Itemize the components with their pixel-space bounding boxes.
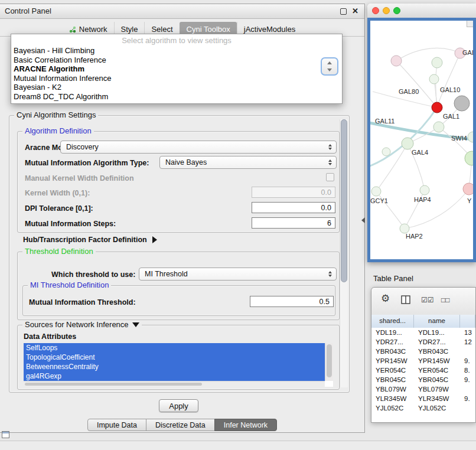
mi-algorithm-type-value: Naive Bayes <box>165 158 207 167</box>
close-traffic-light-icon[interactable] <box>372 7 379 14</box>
attributes-horizontal-scrollbar[interactable] <box>24 381 325 387</box>
algorithm-option[interactable]: Dream8 DC_TDC Algorithm <box>11 92 342 102</box>
attribute-item[interactable]: BetweennessCentrality <box>24 362 325 371</box>
algorithm-option[interactable]: ARACNE Algorithm <box>11 64 342 74</box>
table-cell: YBR043C <box>371 347 414 356</box>
table-cell: YJL052C <box>414 403 460 413</box>
select-columns-icon[interactable] <box>401 295 410 304</box>
close-icon[interactable]: ✕ <box>352 6 358 15</box>
table-cell: YDR27... <box>414 337 460 347</box>
algorithm-option[interactable]: Basic Correlation Inference <box>11 56 342 65</box>
sources-group-title[interactable]: Sources for Network Inference <box>22 320 142 329</box>
aracne-mode-select[interactable]: Discovery <box>60 141 337 154</box>
scrollbar-corner <box>467 21 473 27</box>
dpi-tolerance-label: DPI Tolerance [0,1]: <box>25 204 93 213</box>
restore-panel-icon[interactable] <box>2 431 9 438</box>
network-node[interactable] <box>420 185 429 195</box>
table-row[interactable]: YLR345WYLR345W9. <box>371 394 475 403</box>
show-checked-icon[interactable]: ☑☑ <box>421 295 434 305</box>
apply-button[interactable]: Apply <box>159 399 198 412</box>
table-header-row: shared...name <box>371 315 475 328</box>
manual-kernel-width-checkbox[interactable] <box>326 173 334 181</box>
network-node[interactable] <box>432 102 442 113</box>
scrollbar-thumb[interactable] <box>341 119 347 282</box>
minimize-traffic-light-icon[interactable] <box>383 7 390 14</box>
focused-spinner[interactable] <box>321 57 338 76</box>
table-row[interactable]: YPR145WYPR145W9. <box>371 356 475 366</box>
manual-kernel-width-label: Manual Kernel Width Definition <box>25 174 134 182</box>
table-row[interactable]: YJL052CYJL052C <box>371 403 475 413</box>
tab-label: jActiveModules <box>244 25 295 34</box>
table-row[interactable]: YBL079WYBL079W <box>371 384 475 394</box>
table-row[interactable]: YDR27...YDR27...12 <box>371 337 475 347</box>
gear-icon[interactable]: ⚙ <box>381 294 390 304</box>
network-node[interactable] <box>454 96 470 111</box>
network-node[interactable] <box>465 151 473 165</box>
column-header[interactable] <box>460 315 475 328</box>
network-node[interactable] <box>468 132 473 142</box>
attributes-vertical-scrollbar[interactable] <box>325 343 333 381</box>
attribute-item[interactable]: TopologicalCoefficient <box>24 353 325 362</box>
mi-threshold-field[interactable]: 0.5 <box>250 296 334 307</box>
which-threshold-value: MI Threshold <box>145 270 188 278</box>
control-panel-titlebar[interactable]: Control Panel ✕ <box>0 4 364 19</box>
network-node[interactable] <box>371 187 381 196</box>
network-node[interactable] <box>402 138 413 149</box>
which-threshold-select[interactable]: MI Threshold <box>139 268 337 281</box>
network-node[interactable] <box>400 224 409 233</box>
table-cell: YPR145W <box>371 356 414 366</box>
table-cell: YJL052C <box>371 403 414 413</box>
table-row[interactable]: YER054CYER054C8. <box>371 366 475 375</box>
hide-unchecked-icon[interactable]: □□ <box>441 295 450 305</box>
algorithm-option[interactable]: Bayesian - Hill Climbing <box>11 46 342 56</box>
node-label: HAP4 <box>414 196 431 203</box>
table-row[interactable]: YDL19...YDL19...13 <box>371 328 475 337</box>
node-label: GCY1 <box>370 197 388 204</box>
table-cell: 9. <box>460 375 475 384</box>
node-label: Y <box>467 197 472 204</box>
network-graph: GAL8GAL80GAL10GAL11GAL1SWI4GAL4GCY1HAP4Y… <box>370 21 473 259</box>
scrollbar-thumb[interactable] <box>25 383 202 386</box>
mi-algorithm-type-select[interactable]: Naive Bayes <box>159 156 337 169</box>
settings-scrollbar[interactable] <box>340 119 348 387</box>
column-header[interactable]: name <box>414 315 460 328</box>
network-node[interactable] <box>463 183 473 195</box>
bottom-tab-impute-data[interactable]: Impute Data <box>87 419 146 431</box>
network-edge <box>405 189 469 229</box>
attribute-item[interactable]: SelfLoops <box>24 343 325 353</box>
float-window-icon[interactable] <box>340 8 347 15</box>
tab-label: Network <box>79 25 107 34</box>
network-node[interactable] <box>429 74 439 84</box>
bottom-tab-discretize-data[interactable]: Discretize Data <box>146 419 215 431</box>
hub-transcription-factor-section[interactable]: Hub/Transcription Factor Definition <box>23 236 157 244</box>
network-canvas[interactable]: GAL8GAL80GAL10GAL11GAL1SWI4GAL4GCY1HAP4Y… <box>367 18 476 262</box>
network-window-titlebar[interactable] <box>367 4 476 18</box>
table-row[interactable]: YBR043CYBR043C <box>371 347 475 356</box>
panel-splitter-handle[interactable] <box>361 217 365 223</box>
table-row[interactable]: YBR045CYBR045C9. <box>371 375 475 384</box>
network-edge <box>396 61 437 107</box>
algorithm-option[interactable]: Bayesian - K2 <box>11 83 342 92</box>
table-cell: YLR345W <box>371 394 414 403</box>
network-icon <box>69 26 76 33</box>
table-cell: YDL19... <box>371 328 414 337</box>
kernel-width-field[interactable]: 0.0 <box>252 187 335 198</box>
algorithm-option[interactable]: Mutual Information Inference <box>11 74 342 83</box>
network-edge <box>370 107 437 167</box>
network-node[interactable] <box>391 56 402 66</box>
mi-steps-field[interactable]: 6 <box>252 217 335 229</box>
attribute-item[interactable]: gal4RGexp <box>24 371 325 381</box>
scrollbar-thumb[interactable] <box>327 344 332 377</box>
bottom-tab-infer-network[interactable]: Infer Network <box>214 419 277 431</box>
table-cell: YBR043C <box>414 347 460 356</box>
table-cell: YDR27... <box>371 337 414 347</box>
dpi-tolerance-field[interactable]: 0.0 <box>252 202 335 213</box>
network-edge <box>376 144 407 191</box>
column-header[interactable]: shared... <box>371 315 414 328</box>
zoom-traffic-light-icon[interactable] <box>393 7 400 14</box>
network-node[interactable] <box>432 57 442 68</box>
network-node[interactable] <box>433 122 444 132</box>
node-label: GAL8 <box>462 49 473 56</box>
network-node[interactable] <box>382 148 390 156</box>
mi-algorithm-type-label: Mutual Information Algorithm Type: <box>25 159 149 167</box>
